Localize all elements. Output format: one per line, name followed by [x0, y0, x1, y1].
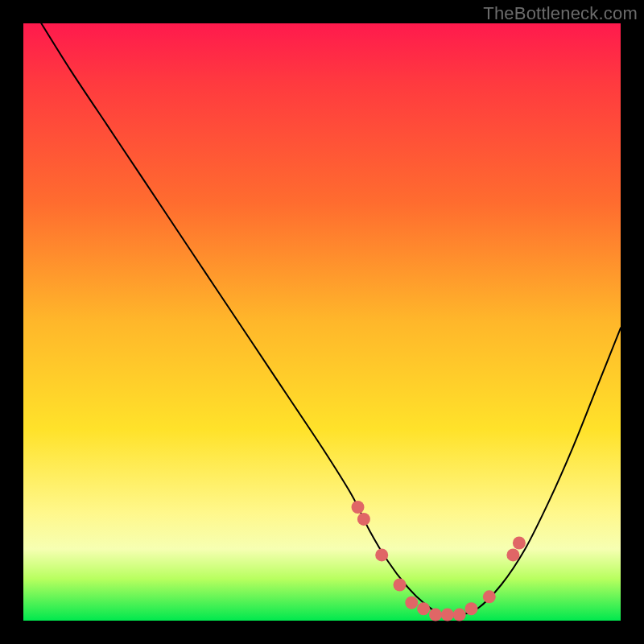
highlight-dot — [453, 609, 466, 621]
highlight-dot — [375, 548, 388, 561]
highlight-dot — [506, 548, 519, 561]
highlight-dot — [405, 597, 418, 609]
highlight-dot — [441, 609, 454, 621]
highlight-dot — [394, 579, 407, 592]
plot-area — [23, 23, 621, 621]
bottleneck-curve — [41, 23, 621, 616]
highlight-dots-group — [352, 501, 526, 621]
curve-svg — [23, 23, 621, 621]
watermark-text: TheBottleneck.com — [483, 3, 638, 24]
highlight-dot — [513, 537, 526, 550]
highlight-dot — [357, 513, 370, 526]
highlight-dot — [483, 590, 496, 603]
outer-frame: TheBottleneck.com — [0, 0, 644, 644]
highlight-dot — [352, 501, 365, 514]
highlight-dot — [429, 609, 442, 621]
highlight-dot — [417, 602, 430, 615]
highlight-dot — [465, 602, 478, 615]
